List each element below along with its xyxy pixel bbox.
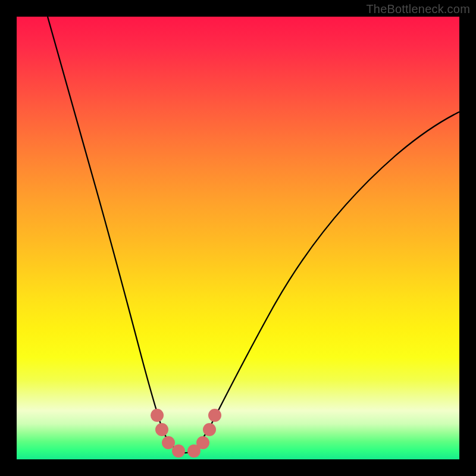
curve-right-arm: [208, 112, 459, 430]
valley-marker: [208, 409, 221, 422]
curve-left-arm: [48, 17, 162, 430]
curve-group: [48, 17, 459, 453]
valley-marker: [162, 436, 175, 449]
valley-marker: [155, 423, 168, 436]
chart-svg: [17, 17, 459, 459]
outer-frame: TheBottleneck.com: [0, 0, 476, 476]
valley-marker: [203, 423, 216, 436]
valley-marker: [151, 409, 164, 422]
plot-area: [17, 17, 459, 459]
valley-marker: [172, 444, 185, 458]
watermark-text: TheBottleneck.com: [366, 2, 470, 16]
valley-marker: [196, 436, 209, 449]
marker-group: [151, 409, 221, 458]
